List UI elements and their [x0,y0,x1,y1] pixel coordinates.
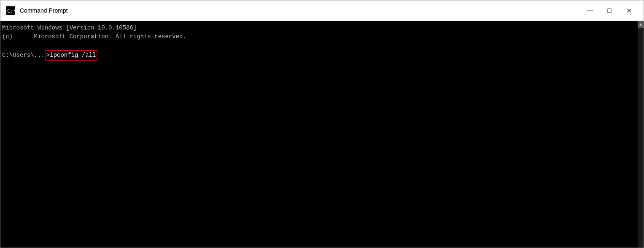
terminal-scrollbar[interactable]: ▲ [638,21,644,248]
maximize-button[interactable]: □ [600,0,619,21]
command-text: >ipconfig /all [45,50,98,61]
command-prompt-window: C:\ Command Prompt — □ ✕ Microsoft Windo… [0,0,644,248]
title-bar: C:\ Command Prompt — □ ✕ [0,0,644,21]
close-button[interactable]: ✕ [619,0,639,21]
terminal-line-2: (c) Microsoft Corporation. All rights re… [2,32,634,41]
minimize-button[interactable]: — [580,0,600,21]
terminal-command-line: C:\Users\...>ipconfig /all [2,50,634,61]
window-title: Command Prompt [20,7,580,14]
terminal-content: Microsoft Windows [Version 10.0.10586] (… [2,24,642,61]
window-controls: — □ ✕ [580,0,639,21]
scrollbar-track[interactable] [638,28,644,248]
terminal-line-3 [2,41,634,50]
svg-text:C:\: C:\ [7,8,15,14]
cmd-icon: C:\ [5,5,16,16]
terminal-line-1: Microsoft Windows [Version 10.0.10586] [2,24,634,32]
prompt-text: C:\Users\... [2,51,45,60]
terminal-body[interactable]: Microsoft Windows [Version 10.0.10586] (… [0,21,644,248]
scroll-up-button[interactable]: ▲ [638,21,644,28]
